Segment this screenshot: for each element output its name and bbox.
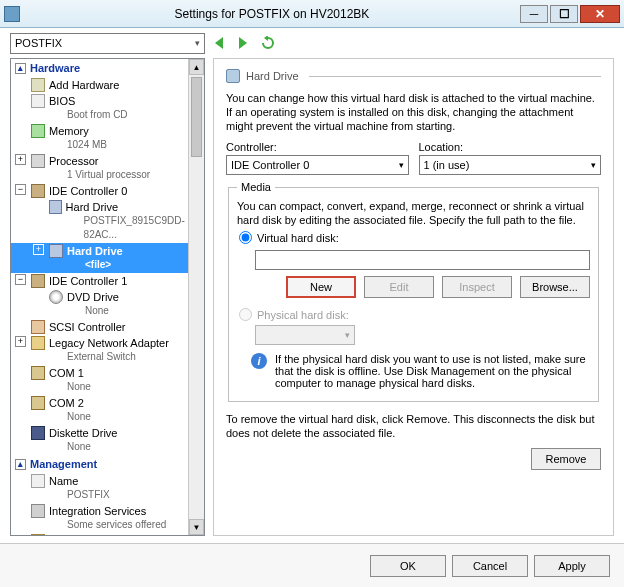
memory-icon <box>31 124 45 138</box>
panel-header: Hard Drive <box>226 69 601 83</box>
harddrive-icon <box>226 69 240 83</box>
apply-button[interactable]: Apply <box>534 555 610 577</box>
titlebar: Settings for POSTFIX on HV2012BK ─ ☐ ✕ <box>0 0 624 28</box>
tree-item-com1[interactable]: COM 1None <box>11 365 204 395</box>
category-hardware[interactable]: ▴Hardware <box>11 59 204 77</box>
vm-selector-value: POSTFIX <box>15 37 62 49</box>
expand-icon[interactable]: + <box>15 336 26 347</box>
tree-item-integration[interactable]: Integration ServicesSome services offere… <box>11 503 204 533</box>
media-description: You can compact, convert, expand, merge,… <box>237 199 590 227</box>
controller-combo[interactable]: IDE Controller 0▾ <box>226 155 409 175</box>
close-button[interactable]: ✕ <box>580 5 620 23</box>
collapse-icon: ▴ <box>15 459 26 470</box>
collapse-icon: ▴ <box>15 63 26 74</box>
cancel-button[interactable]: Cancel <box>452 555 528 577</box>
remove-description: To remove the virtual hard disk, click R… <box>226 412 601 440</box>
chevron-down-icon: ▾ <box>399 160 404 170</box>
network-icon <box>31 336 45 350</box>
tree-item-bios[interactable]: BIOSBoot from CD <box>11 93 204 123</box>
collapse-icon[interactable]: − <box>15 274 26 285</box>
vm-selector[interactable]: POSTFIX ▾ <box>10 33 205 54</box>
physical-disk-info: i If the physical hard disk you want to … <box>251 353 590 389</box>
new-button[interactable]: New <box>286 276 356 298</box>
radio-physical-disk: Physical hard disk: <box>239 308 590 321</box>
panel-title: Hard Drive <box>246 70 299 82</box>
folder-icon <box>31 534 45 535</box>
tree-item-name[interactable]: NamePOSTFIX <box>11 473 204 503</box>
chevron-down-icon: ▾ <box>591 160 596 170</box>
tree-item-memory[interactable]: Memory1024 MB <box>11 123 204 153</box>
tree-scrollbar[interactable]: ▲ ▼ <box>188 59 204 535</box>
tree-item-ide1[interactable]: −IDE Controller 1 <box>11 273 204 289</box>
radio-phys-input <box>239 308 252 321</box>
tree-item-checkpoint[interactable]: Checkpoint File LocationE:\VMs\POSTFIX\P… <box>11 533 204 535</box>
window-title: Settings for POSTFIX on HV2012BK <box>26 7 518 21</box>
media-legend: Media <box>237 181 275 193</box>
tree-item-add-hardware[interactable]: Add Hardware <box>11 77 204 93</box>
harddrive-icon <box>49 244 63 258</box>
ok-button[interactable]: OK <box>370 555 446 577</box>
panel-description: You can change how this virtual hard dis… <box>226 91 601 133</box>
chevron-down-icon: ▾ <box>345 330 350 340</box>
scsi-icon <box>31 320 45 334</box>
location-label: Location: <box>419 141 602 153</box>
dvd-icon <box>49 290 63 304</box>
controller-label: Controller: <box>226 141 409 153</box>
settings-tree: ▴Hardware Add Hardware BIOSBoot from CD … <box>10 58 205 536</box>
nav-forward-button[interactable] <box>235 34 253 52</box>
scroll-thumb[interactable] <box>191 77 202 157</box>
tree-item-dvd[interactable]: DVD DriveNone <box>11 289 204 319</box>
ide-icon <box>31 184 45 198</box>
collapse-icon[interactable]: − <box>15 184 26 195</box>
tree-item-diskette[interactable]: Diskette DriveNone <box>11 425 204 455</box>
dialog-footer: OK Cancel Apply <box>0 543 624 587</box>
add-hardware-icon <box>31 78 45 92</box>
harddrive-icon <box>49 200 62 214</box>
tree-item-harddrive-1[interactable]: Hard DrivePOSTFIX_8915C9DD-82AC... <box>11 199 204 243</box>
nav-back-button[interactable] <box>211 34 229 52</box>
location-combo[interactable]: 1 (in use)▾ <box>419 155 602 175</box>
scroll-down-button[interactable]: ▼ <box>189 519 204 535</box>
details-panel: Hard Drive You can change how this virtu… <box>213 58 614 536</box>
diskette-icon <box>31 426 45 440</box>
physical-disk-combo: ▾ <box>255 325 355 345</box>
info-text: If the physical hard disk you want to us… <box>275 353 590 389</box>
tree-item-network[interactable]: +Legacy Network AdapterExternal Switch <box>11 335 204 365</box>
chevron-down-icon: ▾ <box>195 38 200 48</box>
bios-icon <box>31 94 45 108</box>
radio-vhd-label: Virtual hard disk: <box>257 232 339 244</box>
top-toolbar: POSTFIX ▾ <box>0 28 624 58</box>
name-icon <box>31 474 45 488</box>
radio-phys-label: Physical hard disk: <box>257 309 349 321</box>
refresh-button[interactable] <box>259 34 277 52</box>
edit-button: Edit <box>364 276 434 298</box>
ide-icon <box>31 274 45 288</box>
radio-virtual-disk[interactable]: Virtual hard disk: <box>239 231 590 244</box>
tree-item-ide0[interactable]: −IDE Controller 0 <box>11 183 204 199</box>
info-icon: i <box>251 353 267 369</box>
tree-item-scsi[interactable]: SCSI Controller <box>11 319 204 335</box>
tree-item-processor[interactable]: +Processor1 Virtual processor <box>11 153 204 183</box>
tree-item-com2[interactable]: COM 2None <box>11 395 204 425</box>
services-icon <box>31 504 45 518</box>
inspect-button: Inspect <box>442 276 512 298</box>
remove-button[interactable]: Remove <box>531 448 601 470</box>
category-management[interactable]: ▴Management <box>11 455 204 473</box>
processor-icon <box>31 154 45 168</box>
browse-button[interactable]: Browse... <box>520 276 590 298</box>
app-icon <box>4 6 20 22</box>
expand-icon[interactable]: + <box>33 244 44 255</box>
com-icon <box>31 396 45 410</box>
scroll-up-button[interactable]: ▲ <box>189 59 204 75</box>
expand-icon[interactable]: + <box>15 154 26 165</box>
com-icon <box>31 366 45 380</box>
radio-vhd-input[interactable] <box>239 231 252 244</box>
tree-item-harddrive-2[interactable]: +Hard Drive<file> <box>11 243 204 273</box>
minimize-button[interactable]: ─ <box>520 5 548 23</box>
maximize-button[interactable]: ☐ <box>550 5 578 23</box>
media-fieldset: Media You can compact, convert, expand, … <box>228 181 599 402</box>
vhd-path-input[interactable] <box>255 250 590 270</box>
